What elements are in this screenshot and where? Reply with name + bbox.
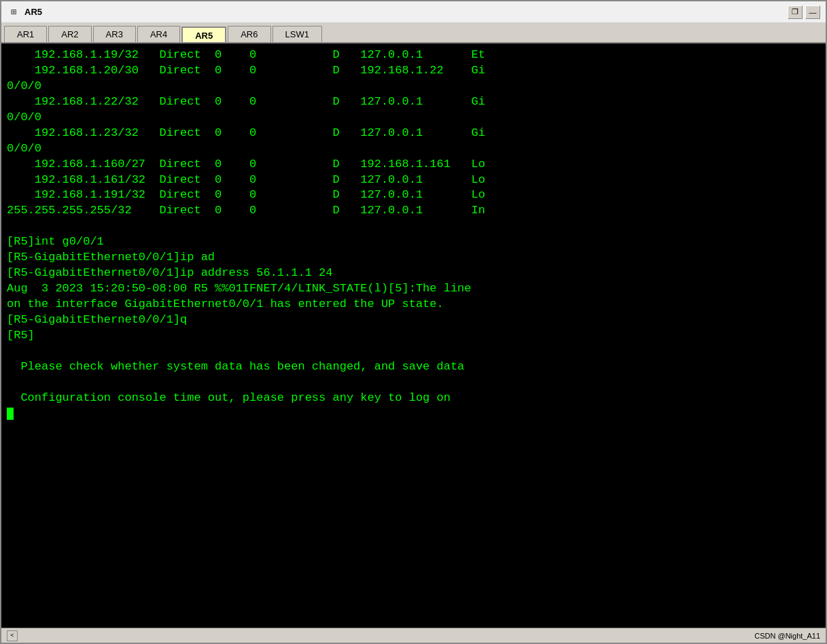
- tab-bar: AR1 AR2 AR3 AR4 AR5 AR6 LSW1: [1, 23, 826, 43]
- terminal-output[interactable]: 192.168.1.19/32 Direct 0 0 D 127.0.0.1 E…: [1, 43, 826, 628]
- tab-ar4[interactable]: AR4: [137, 26, 180, 42]
- cursor: [7, 408, 14, 420]
- tab-ar6[interactable]: AR6: [228, 26, 270, 42]
- tab-ar5[interactable]: AR5: [181, 26, 226, 42]
- tab-lsw1[interactable]: LSW1: [272, 26, 322, 42]
- status-bar: < CSDN @Night_A11: [1, 628, 826, 643]
- title-bar-left: ⊞ AR5: [7, 5, 42, 19]
- title-bar-controls: ❐ —: [788, 5, 820, 19]
- tab-ar2[interactable]: AR2: [48, 26, 91, 42]
- restore-button[interactable]: ❐: [788, 5, 803, 19]
- attribution-label: CSDN @Night_A11: [754, 632, 820, 640]
- window-icon: ⊞: [7, 5, 20, 19]
- tab-ar3[interactable]: AR3: [93, 26, 136, 42]
- scroll-left-arrow[interactable]: <: [7, 630, 18, 641]
- main-window: ⊞ AR5 ❐ — AR1 AR2 AR3 AR4 AR5 AR6 LSW1 1…: [0, 0, 827, 644]
- tab-ar1[interactable]: AR1: [4, 26, 47, 42]
- window-title: AR5: [24, 7, 42, 17]
- title-bar: ⊞ AR5 ❐ —: [1, 1, 826, 23]
- minimize-button[interactable]: —: [805, 5, 820, 19]
